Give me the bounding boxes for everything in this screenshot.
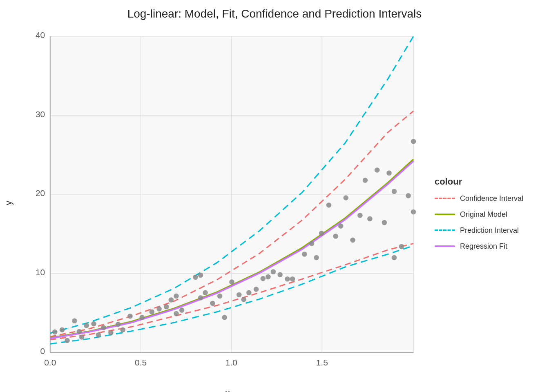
svg-point-33 [116,322,121,327]
svg-point-29 [91,321,96,327]
svg-point-53 [241,297,246,302]
svg-point-49 [217,294,223,299]
svg-text:0: 0 [40,346,45,356]
svg-text:40: 40 [36,30,45,40]
svg-point-76 [386,170,392,176]
svg-text:20: 20 [36,188,45,198]
svg-text:1.0: 1.0 [225,358,237,367]
svg-point-56 [261,276,266,281]
chart-container: Log-linear: Model, Fit, Confidence and P… [0,0,549,392]
svg-point-25 [72,318,77,323]
svg-point-51 [229,279,234,285]
svg-point-26 [77,329,82,334]
chart-body: y x 0 10 [0,24,549,392]
svg-point-77 [392,189,397,194]
svg-point-32 [108,330,114,336]
legend-panel: colour Confidence Interval Original Mode… [435,24,549,392]
svg-point-31 [101,325,106,330]
svg-point-67 [333,234,338,239]
svg-point-64 [314,255,319,261]
original-model-line [435,214,455,215]
svg-point-66 [326,203,332,208]
svg-text:0.5: 0.5 [135,358,147,367]
legend-title: colour [435,176,537,187]
svg-point-27 [79,334,85,340]
original-model-label: Original Model [460,210,507,219]
svg-point-70 [350,238,355,243]
regression-fit-label: Regression Fit [460,242,507,251]
svg-point-35 [127,314,133,319]
svg-point-43 [179,307,185,313]
svg-point-58 [271,269,276,274]
svg-point-39 [164,304,169,310]
prediction-interval-label: Prediction Interval [460,226,519,235]
svg-point-60 [285,276,290,282]
svg-point-81 [411,139,416,144]
svg-point-23 [60,327,65,332]
svg-point-75 [382,220,387,225]
y-axis-label: y [3,200,14,205]
svg-point-69 [344,195,349,200]
svg-point-65 [319,231,324,236]
svg-text:30: 30 [36,109,45,119]
svg-point-50 [222,315,227,320]
svg-point-37 [150,310,155,315]
svg-text:1.5: 1.5 [316,358,328,367]
svg-point-45 [198,273,203,278]
svg-point-28 [84,323,89,328]
svg-point-30 [96,332,101,338]
svg-point-82 [392,255,397,261]
svg-point-55 [254,287,259,292]
svg-point-54 [246,290,252,295]
chart-area: y x 0 10 [25,28,431,378]
regression-fit-line [435,245,455,247]
svg-point-34 [120,327,125,332]
svg-point-80 [411,209,416,215]
legend-item-ci: Confidence Interval [435,194,537,203]
legend-item-om: Original Model [435,210,537,219]
confidence-interval-line [435,198,455,199]
chart-svg: 0 10 20 30 40 0.0 0.5 1.0 1.5 [25,28,431,378]
svg-point-59 [277,272,283,277]
x-axis-label: x [225,388,230,392]
svg-point-41 [174,294,179,299]
svg-point-46 [198,295,203,301]
svg-point-24 [65,338,70,343]
svg-point-42 [174,311,179,316]
svg-point-44 [193,275,198,280]
prediction-interval-line [435,229,455,231]
chart-title: Log-linear: Model, Fit, Confidence and P… [127,7,422,20]
svg-point-74 [375,167,380,173]
legend-item-pi: Prediction Interval [435,226,537,235]
svg-text:0.0: 0.0 [44,358,56,367]
svg-point-79 [406,193,411,198]
svg-point-47 [203,290,208,295]
confidence-interval-label: Confidence Interval [460,194,523,203]
svg-point-38 [156,306,162,312]
svg-point-78 [399,244,404,249]
svg-point-68 [338,223,344,229]
svg-point-48 [210,301,215,306]
svg-point-63 [309,241,315,246]
svg-point-40 [169,297,174,303]
svg-point-57 [266,274,271,280]
svg-point-72 [363,178,368,183]
svg-point-71 [357,213,363,218]
svg-point-62 [302,252,307,257]
svg-point-73 [367,216,373,221]
svg-point-61 [290,276,295,282]
svg-point-36 [139,315,145,320]
legend-item-rf: Regression Fit [435,242,537,251]
svg-point-22 [52,330,58,335]
svg-point-52 [237,292,242,298]
svg-text:10: 10 [36,267,45,277]
